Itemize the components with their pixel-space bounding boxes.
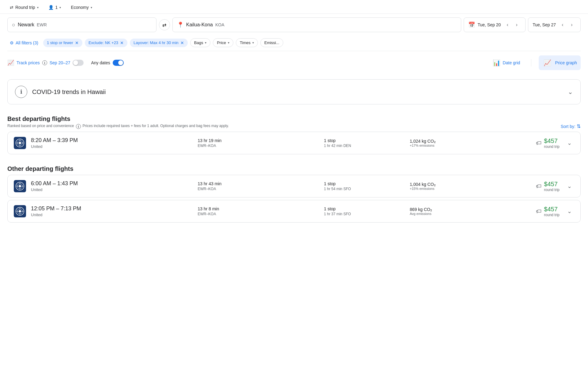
emissions-filter-button[interactable]: Emissi...: [260, 38, 283, 47]
best-section-title: Best departing flights: [7, 109, 229, 122]
trip-type-selector[interactable]: ⇄ Round trip ▾: [7, 4, 41, 11]
flight-co2-info: 1,024 kg CO₂ +17% emissions: [410, 139, 531, 147]
bags-filter-button[interactable]: Bags ▾: [190, 38, 211, 47]
any-dates-toggle[interactable]: [113, 60, 124, 66]
track-prices-bar: 📈 Track prices ℹ Sep 20–27 Any dates 📊 D…: [0, 51, 588, 74]
location-icon: 📍: [177, 21, 184, 28]
stops-filter-chip[interactable]: 1 stop or fewer ✕: [43, 39, 82, 47]
flight-time-info: 6:00 AM – 1:43 PM United: [31, 180, 193, 192]
flight-stops: 1 stop: [324, 138, 405, 143]
results-section: Best departing flights Ranked based on p…: [0, 109, 588, 232]
layover-filter-chip[interactable]: Layover: Max 4 hr 30 min ✕: [130, 39, 188, 47]
covid-expand-icon: ⌄: [568, 88, 573, 96]
best-flight-card[interactable]: 8:20 AM – 3:39 PM United 13 hr 19 min EW…: [7, 132, 581, 154]
flight-co2-label: +17% emissions: [410, 144, 531, 147]
flight-duration: 13 hr 43 min: [198, 181, 319, 186]
cabin-label: Economy: [71, 5, 89, 10]
date-grid-button[interactable]: 📊 Date grid: [489, 57, 524, 69]
flight-co2-label: +15% emissions: [410, 187, 531, 190]
exclude-filter-label: Exclude: NK +23: [89, 40, 118, 45]
passengers-label: 1: [55, 5, 58, 10]
airline-logo: [14, 180, 26, 192]
chevron-down-icon: ▾: [252, 41, 254, 44]
price-note: Prices include required taxes + fees for…: [83, 124, 229, 128]
covid-banner[interactable]: ℹ COVID-19 trends in Hawaii ⌄: [7, 79, 581, 104]
flight-price: $457: [544, 137, 560, 145]
dest-code: KOA: [215, 22, 224, 27]
flight-layover: 1 hr 54 min SFO: [324, 187, 405, 191]
flight-airline: United: [31, 187, 193, 192]
track-prices-info-icon[interactable]: ℹ: [42, 60, 47, 65]
dest-name: Kailua-Kona: [186, 22, 213, 28]
flight-route: EWR–KOA: [198, 212, 319, 216]
flight-expand-button[interactable]: ⌄: [564, 206, 574, 216]
other-flight-card-2[interactable]: 12:05 PM – 7:13 PM United 13 hr 8 min EW…: [7, 200, 581, 223]
track-prices-item: 📈 Track prices ℹ Sep 20–27: [7, 59, 84, 66]
sort-icon: ⇅: [577, 123, 581, 129]
price-graph-button[interactable]: 📈 Price graph: [539, 55, 581, 70]
return-date-nav: ‹ ›: [558, 21, 576, 29]
price-tag-icon: 🏷: [536, 140, 541, 146]
flight-price-sub: round trip: [544, 213, 560, 217]
origin-code: EWR: [37, 22, 47, 27]
origin-name: Newark: [18, 22, 34, 28]
flight-airline: United: [31, 212, 193, 217]
flight-time-info: 8:20 AM – 3:39 PM United: [31, 137, 193, 149]
flight-duration-info: 13 hr 43 min EWR–KOA: [198, 181, 319, 191]
best-flights-title-area: Best departing flights Ranked based on p…: [7, 109, 229, 129]
track-date-range[interactable]: Sep 20–27: [50, 60, 70, 65]
depart-date-nav: ‹ ›: [503, 21, 521, 29]
round-trip-icon: ⇄: [10, 5, 13, 10]
flight-layover: 1 hr 37 min SFO: [324, 212, 405, 216]
origin-field[interactable]: ○ Newark EWR: [7, 17, 156, 32]
flight-times: 12:05 PM – 7:13 PM: [31, 205, 193, 212]
flight-price-info: 🏷 $457 round trip: [536, 181, 560, 192]
bags-filter-label: Bags: [194, 40, 203, 45]
exclude-filter-chip[interactable]: Exclude: NK +23 ✕: [85, 39, 127, 47]
flight-co2-info: 1,004 kg CO₂ +15% emissions: [410, 182, 531, 190]
cabin-selector[interactable]: Economy ▾: [68, 4, 94, 11]
depart-date-label: Tue, Sep 20: [477, 22, 501, 27]
times-filter-button[interactable]: Times ▾: [236, 38, 258, 47]
flight-airline: United: [31, 144, 193, 149]
best-flights-header: Best departing flights Ranked based on p…: [7, 109, 581, 129]
covid-info-icon: ℹ: [15, 86, 27, 98]
best-section-info-icon[interactable]: ℹ: [76, 124, 81, 129]
flight-times: 8:20 AM – 3:39 PM: [31, 137, 193, 144]
flight-co2: 1,024 kg CO₂: [410, 139, 531, 144]
flight-stops: 1 stop: [324, 181, 405, 186]
price-block: $457 round trip: [544, 206, 560, 217]
all-filters-button[interactable]: ⚙ All filters (3): [7, 39, 41, 47]
price-filter-button[interactable]: Price ▾: [213, 38, 233, 47]
flight-route: EWR–KOA: [198, 144, 319, 148]
depart-prev-button[interactable]: ‹: [503, 21, 512, 29]
sort-by-button[interactable]: Sort by: ⇅: [561, 123, 581, 129]
track-prices-label: Track prices: [17, 60, 40, 65]
calendar-icon: 📅: [468, 21, 475, 28]
flight-expand-button[interactable]: ⌄: [564, 181, 574, 191]
depart-date-field[interactable]: 📅 Tue, Sep 20 ‹ ›: [464, 17, 526, 32]
passengers-selector[interactable]: 👤 1 ▾: [46, 4, 64, 11]
swap-button[interactable]: ⇄: [159, 19, 170, 30]
destination-field[interactable]: 📍 Kailua-Kona KOA: [172, 17, 462, 32]
flight-co2: 1,004 kg CO₂: [410, 182, 531, 187]
exclude-filter-remove[interactable]: ✕: [120, 40, 124, 45]
track-prices-toggle[interactable]: [73, 60, 84, 66]
airline-logo: [14, 205, 26, 217]
filter-bar: ⚙ All filters (3) 1 stop or fewer ✕ Excl…: [0, 36, 588, 51]
swap-icon: ⇄: [162, 22, 166, 28]
flight-price: $457: [544, 181, 560, 188]
chevron-down-icon: ▾: [37, 6, 39, 9]
flight-duration: 13 hr 19 min: [198, 138, 319, 143]
other-flight-card-1[interactable]: 6:00 AM – 1:43 PM United 13 hr 43 min EW…: [7, 175, 581, 197]
stops-filter-remove[interactable]: ✕: [75, 40, 79, 45]
return-date-field[interactable]: Tue, Sep 27 ‹ ›: [528, 17, 581, 32]
layover-filter-remove[interactable]: ✕: [180, 40, 184, 45]
flight-duration-info: 13 hr 19 min EWR–KOA: [198, 138, 319, 148]
flight-price: $457: [544, 206, 560, 213]
return-next-button[interactable]: ›: [567, 21, 576, 29]
return-prev-button[interactable]: ‹: [558, 21, 567, 29]
depart-next-button[interactable]: ›: [512, 21, 521, 29]
price-graph-icon: 📈: [542, 58, 552, 68]
flight-expand-button[interactable]: ⌄: [564, 138, 574, 148]
